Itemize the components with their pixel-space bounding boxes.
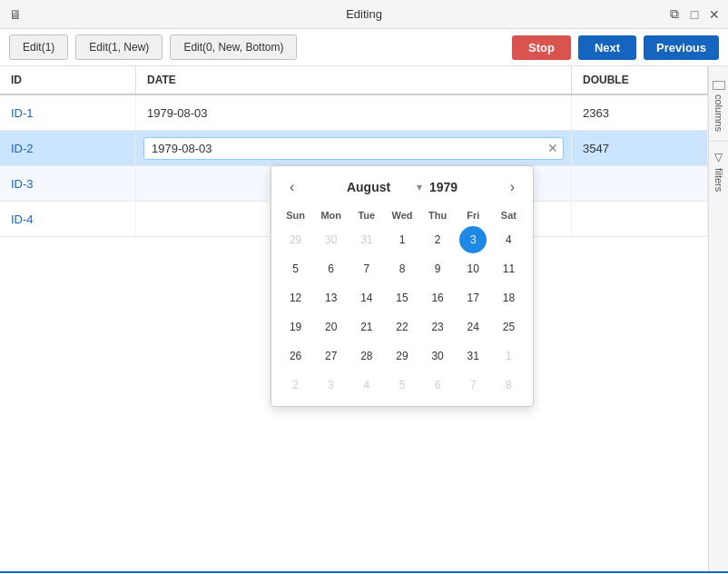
date-input-field[interactable] bbox=[143, 137, 564, 160]
table-row-selected[interactable]: ID-2 ✕ ‹ JanuaryFebruaryMarchAprilMayJun… bbox=[0, 131, 708, 166]
calendar-day[interactable]: 15 bbox=[389, 284, 416, 312]
toolbar: Edit(1) Edit(1, New) Edit(0, New, Bottom… bbox=[0, 29, 728, 66]
calendar-day: 30 bbox=[318, 226, 345, 253]
clear-icon[interactable]: ✕ bbox=[547, 141, 558, 155]
stop-button[interactable]: Stop bbox=[512, 35, 571, 60]
table-header: ID DATE DOUBLE bbox=[0, 66, 708, 95]
calendar-day-name: Fri bbox=[457, 206, 490, 224]
close-button[interactable]: ✕ bbox=[706, 6, 723, 23]
calendar-day-name: Sun bbox=[279, 206, 312, 224]
calendar-day[interactable]: 30 bbox=[424, 342, 451, 370]
calendar-day-name: Tue bbox=[349, 206, 383, 224]
filters-sidebar[interactable]: ▽ filters bbox=[713, 145, 725, 197]
calendar-day[interactable]: 2 bbox=[424, 226, 451, 253]
restore-button[interactable]: ⧉ bbox=[666, 6, 683, 23]
next-button[interactable]: Next bbox=[578, 35, 636, 60]
calendar-day[interactable]: 10 bbox=[459, 255, 487, 282]
calendar-day[interactable]: 1 bbox=[389, 226, 416, 253]
cell-double bbox=[572, 166, 708, 201]
calendar-day[interactable]: 25 bbox=[495, 313, 522, 341]
calendar-day[interactable]: 20 bbox=[318, 313, 345, 341]
calendar-day-name: Wed bbox=[385, 206, 418, 224]
calendar-day: 2 bbox=[282, 371, 310, 399]
cell-double: 3547 bbox=[572, 131, 708, 165]
maximize-button[interactable]: □ bbox=[686, 6, 703, 23]
window-title: Editing bbox=[346, 7, 382, 21]
cell-double: 2363 bbox=[572, 95, 708, 130]
calendar-day[interactable]: 21 bbox=[353, 313, 380, 341]
month-select[interactable]: JanuaryFebruaryMarchAprilMayJuneJulyAugu… bbox=[347, 180, 413, 194]
calendar-day[interactable]: 6 bbox=[318, 255, 345, 282]
calendar-day[interactable]: 27 bbox=[318, 342, 345, 370]
calendar-day[interactable]: 28 bbox=[353, 342, 380, 370]
cell-date-editing[interactable]: ✕ ‹ JanuaryFebruaryMarchAprilMayJuneJuly… bbox=[136, 131, 572, 165]
calendar-day[interactable]: 29 bbox=[389, 342, 416, 370]
calendar-day: 7 bbox=[459, 371, 487, 399]
calendar-day[interactable]: 7 bbox=[353, 255, 380, 282]
title-bar: 🖥 Editing ⧉ □ ✕ bbox=[0, 0, 728, 29]
calendar-day[interactable]: 12 bbox=[282, 284, 310, 312]
calendar-day[interactable]: 18 bbox=[495, 284, 522, 312]
calendar-day[interactable]: 23 bbox=[424, 313, 451, 341]
window-controls: ⧉ □ ✕ bbox=[666, 6, 723, 23]
prev-month-button[interactable]: ‹ bbox=[284, 177, 300, 197]
col-header-id: ID bbox=[0, 66, 136, 94]
calendar-day[interactable]: 22 bbox=[389, 313, 416, 341]
calendar-day: 1 bbox=[495, 342, 522, 370]
cell-date: 1979-08-03 bbox=[136, 95, 572, 130]
cell-id: ID-2 bbox=[0, 131, 136, 165]
sidebar-right: columns ▽ filters bbox=[708, 66, 728, 571]
calendar-day: 6 bbox=[424, 371, 451, 399]
edit0-button[interactable]: Edit(0, New, Bottom) bbox=[170, 35, 297, 60]
next-month-button[interactable]: › bbox=[505, 177, 520, 197]
calendar-popup: ‹ JanuaryFebruaryMarchAprilMayJuneJulyAu… bbox=[271, 165, 534, 407]
calendar-day[interactable]: 5 bbox=[282, 255, 310, 282]
calendar-day: 8 bbox=[495, 371, 522, 399]
calendar-year: 1979 bbox=[429, 180, 457, 194]
calendar-day[interactable]: 3 bbox=[459, 226, 487, 253]
columns-sidebar[interactable]: columns bbox=[713, 75, 725, 137]
calendar-day: 31 bbox=[353, 226, 380, 253]
calendar-day[interactable]: 24 bbox=[459, 313, 487, 341]
calendar-day[interactable]: 9 bbox=[424, 255, 451, 282]
cell-id: ID-1 bbox=[0, 95, 136, 130]
calendar-day-name: Mon bbox=[314, 206, 348, 224]
cell-double bbox=[572, 202, 708, 236]
cell-id: ID-3 bbox=[0, 166, 136, 201]
edit1-button[interactable]: Edit(1) bbox=[9, 35, 68, 60]
edit1new-button[interactable]: Edit(1, New) bbox=[75, 35, 162, 60]
calendar-grid: SunMonTueWedThuFriSat2930311234567891011… bbox=[279, 206, 526, 399]
calendar-header: ‹ JanuaryFebruaryMarchAprilMayJuneJulyAu… bbox=[279, 173, 526, 201]
calendar-day[interactable]: 19 bbox=[282, 313, 310, 341]
calendar-day[interactable]: 11 bbox=[495, 255, 522, 282]
table-body: ID-1 1979-08-03 2363 ID-2 ✕ ‹ JanuaryFeb… bbox=[0, 95, 708, 237]
cell-id: ID-4 bbox=[0, 202, 136, 236]
calendar-day[interactable]: 16 bbox=[424, 284, 451, 312]
calendar-day-name: Sat bbox=[492, 206, 526, 224]
calendar-day: 4 bbox=[353, 371, 380, 399]
calendar-day[interactable]: 8 bbox=[389, 255, 416, 282]
calendar-day[interactable]: 13 bbox=[318, 284, 345, 312]
calendar-day[interactable]: 26 bbox=[282, 342, 310, 370]
data-table: ID DATE DOUBLE ID-1 1979-08-03 2363 ID-2… bbox=[0, 66, 708, 571]
calendar-day[interactable]: 17 bbox=[459, 284, 487, 312]
previous-button[interactable]: Previous bbox=[644, 35, 719, 60]
calendar-day: 3 bbox=[318, 371, 345, 399]
col-header-date: DATE bbox=[136, 66, 572, 94]
calendar-day[interactable]: 14 bbox=[353, 284, 380, 312]
calendar-day: 5 bbox=[389, 371, 416, 399]
col-header-double: DOUBLE bbox=[572, 66, 708, 94]
calendar-day[interactable]: 31 bbox=[459, 342, 487, 370]
calendar-day[interactable]: 4 bbox=[495, 226, 522, 253]
table-row[interactable]: ID-1 1979-08-03 2363 bbox=[0, 95, 708, 131]
calendar-day-name: Thu bbox=[421, 206, 455, 224]
calendar-day: 29 bbox=[282, 226, 310, 253]
app-icon: 🖥 bbox=[9, 7, 22, 22]
